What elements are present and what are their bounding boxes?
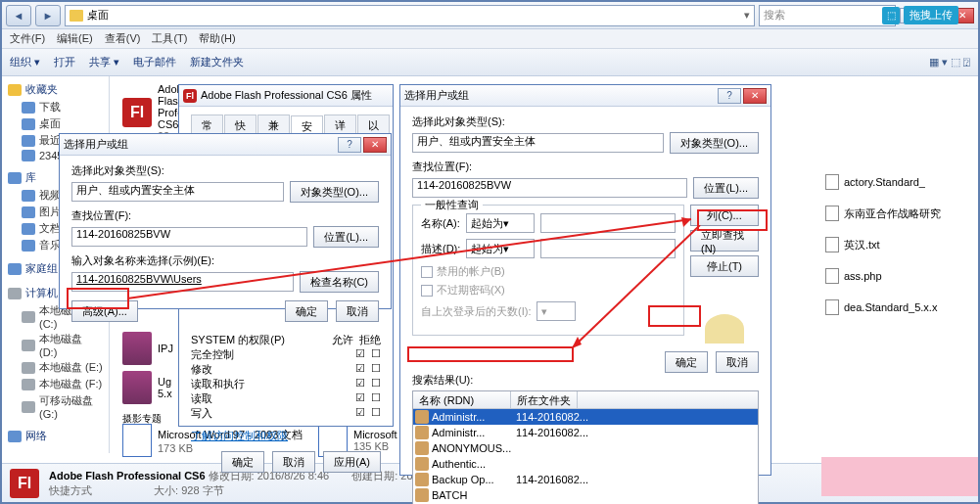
extension-bar: ⬚ 拖拽上传 [882, 6, 958, 24]
file-photo[interactable]: 摄影专题 [119, 409, 164, 429]
rar-icon [122, 332, 152, 365]
close-button[interactable]: ✕ [743, 88, 767, 104]
computer-icon [8, 288, 22, 299]
net-icon [8, 431, 22, 442]
obj-type-input[interactable]: 用户、组或内置安全主体 [412, 133, 664, 153]
perm-link[interactable]: 了解访问控制和权限 [191, 429, 381, 443]
menu-edit[interactable]: 编辑(E) [57, 31, 93, 46]
cancel-button[interactable]: 取消 [336, 300, 379, 322]
ok-button[interactable]: 确定 [665, 351, 708, 373]
obj-type-button[interactable]: 对象类型(O)... [670, 132, 759, 154]
file-r1[interactable]: actory.Standard_ [825, 174, 972, 190]
sb-desk[interactable]: 桌面 [6, 115, 105, 132]
cancel-button[interactable]: 取消 [272, 451, 315, 473]
chk-noexpire[interactable]: 不过期密码(X) [421, 283, 676, 298]
pic-icon [22, 206, 35, 218]
desc-combo[interactable]: 起始为 ▾ [466, 239, 535, 258]
php-icon [825, 268, 839, 284]
file-r3[interactable]: 英汉.txt [825, 237, 972, 252]
days-combo[interactable]: ▾ [537, 301, 576, 321]
obj-type-input[interactable]: 用户、组或内置安全主体 [71, 182, 284, 202]
help-button[interactable]: ? [718, 88, 741, 104]
chk-disabled[interactable]: 禁用的帐户(B) [421, 264, 676, 279]
columns-button[interactable]: 列(C)... [690, 205, 759, 226]
ok-button[interactable]: 确定 [221, 451, 264, 473]
sb-net[interactable]: 网络 [6, 427, 105, 445]
tb-email[interactable]: 电子邮件 [133, 55, 176, 69]
pink-overlay [821, 457, 978, 496]
result-row[interactable]: Authentic... [413, 456, 758, 472]
file-r5[interactable]: dea.Standard_5.x.x [825, 299, 972, 315]
back-button[interactable]: ◄ [6, 5, 31, 26]
name-filter[interactable] [540, 213, 676, 233]
sb-disk-g[interactable]: 可移动磁盘 (G:) [6, 392, 105, 421]
select-user-dialog-2: 选择用户或组 ?✕ 选择此对象类型(S): 用户、组或内置安全主体对象类型(O)… [399, 84, 771, 476]
location-input[interactable]: 114-20160825BVW [71, 227, 307, 247]
location-button[interactable]: 位置(L)... [693, 177, 759, 199]
location-button[interactable]: 位置(L)... [313, 226, 379, 248]
search-box[interactable]: 搜索 [759, 5, 896, 26]
sb-disk-d[interactable]: 本地磁盘 (D:) [6, 331, 105, 359]
tb-newfolder[interactable]: 新建文件夹 [190, 55, 244, 69]
ext-label[interactable]: 拖拽上传 [904, 6, 958, 24]
stop-button[interactable]: 停止(T) [690, 255, 759, 277]
key-icon [705, 314, 744, 344]
menu-view[interactable]: 查看(V) [105, 31, 141, 46]
advanced-button[interactable]: 高级(A)... [71, 300, 138, 322]
result-row[interactable]: Administr...114-2016082... [413, 425, 758, 440]
menu-file[interactable]: 文件(F) [10, 31, 45, 46]
file-rar2[interactable]: Ug5.x [119, 368, 175, 407]
location-text: 桌面 [87, 8, 109, 23]
group-icon [415, 457, 429, 471]
word-icon [122, 424, 152, 457]
file-icon [825, 206, 839, 221]
toolbar: 组织 ▾ 打开 共享 ▾ 电子邮件 新建文件夹 ▦ ▾ ⬚ ⍰ [2, 49, 978, 76]
result-row[interactable]: BATCH [413, 487, 758, 503]
dialog-title: Adobe Flash Professional CS6 属性 [201, 88, 389, 103]
menu-bar: 文件(F) 编辑(E) 查看(V) 工具(T) 帮助(H) [2, 29, 978, 49]
tb-org[interactable]: 组织 ▾ [10, 55, 40, 69]
user-icon [415, 410, 429, 424]
tb-share[interactable]: 共享 ▾ [89, 55, 119, 69]
flash-icon: Fl [183, 89, 197, 103]
ok-button[interactable]: 确定 [285, 300, 328, 322]
result-row[interactable]: Administr...114-2016082... [413, 409, 758, 425]
check-button[interactable]: 检查名称(C) [300, 271, 379, 293]
fwd-button[interactable]: ► [35, 5, 61, 26]
txt-icon [825, 237, 839, 252]
desc-filter[interactable] [540, 239, 676, 258]
find-button[interactable]: 立即查找(N) [690, 230, 759, 252]
home-icon [8, 263, 22, 275]
cancel-button[interactable]: 取消 [716, 351, 759, 373]
folder-icon [22, 135, 35, 147]
results-list[interactable]: 名称 (RDN)所在文件夹 Administr...114-2016082...… [412, 390, 759, 504]
help-button[interactable]: ? [338, 137, 361, 153]
name-input[interactable]: 114-20160825BVW\Users [71, 272, 294, 292]
disk-icon [22, 340, 35, 351]
dialog-title: 选择用户或组 [404, 88, 718, 103]
menu-tools[interactable]: 工具(T) [152, 31, 187, 46]
location-input[interactable]: 114-20160825BVW [412, 178, 687, 198]
sb-fav[interactable]: 收藏夹 [6, 80, 105, 99]
menu-help[interactable]: 帮助(H) [199, 31, 235, 46]
tb-open[interactable]: 打开 [54, 55, 75, 69]
file-icon [825, 174, 839, 190]
obj-type-button[interactable]: 对象类型(O)... [290, 181, 379, 203]
apply-button[interactable]: 应用(A) [323, 451, 381, 473]
group-icon [415, 473, 429, 486]
file-r4[interactable]: ass.php [825, 268, 972, 284]
ext-icon[interactable]: ⬚ [882, 7, 900, 24]
result-row[interactable]: Backup Op...114-2016082... [413, 472, 758, 487]
sb-disk-e[interactable]: 本地磁盘 (E:) [6, 359, 105, 376]
result-row[interactable]: ANONYMOUS... [413, 440, 758, 456]
address-box[interactable]: 桌面 ▾ [65, 5, 755, 26]
close-button[interactable]: ✕ [363, 137, 387, 153]
flash-icon: Fl [122, 98, 152, 127]
sb-dl[interactable]: 下载 [6, 99, 105, 115]
file-rar1[interactable]: IPJ [119, 329, 176, 368]
disk-icon [22, 379, 35, 390]
sb-disk-f[interactable]: 本地磁盘 (F:) [6, 376, 105, 392]
file-r2[interactable]: 东南亚合作战略研究 [825, 206, 972, 221]
file-icon [825, 299, 839, 315]
name-combo[interactable]: 起始为 ▾ [466, 213, 535, 233]
